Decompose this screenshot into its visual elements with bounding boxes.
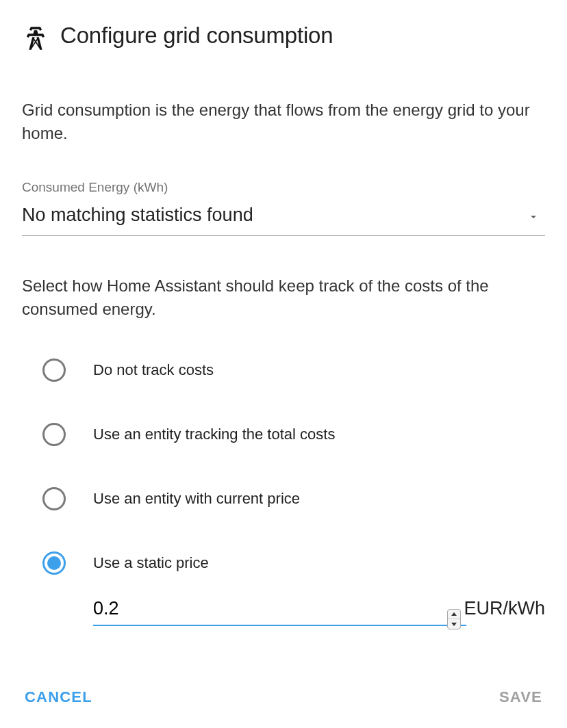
costs-tracking-label: Select how Home Assistant should keep tr…	[22, 274, 545, 320]
option-no-track-label[interactable]: Do not track costs	[93, 359, 545, 382]
stepper-down-button[interactable]	[448, 619, 460, 629]
radio-no-track[interactable]	[42, 359, 66, 382]
static-price-input[interactable]	[93, 594, 466, 626]
static-price-row: EUR/kWh	[93, 594, 545, 628]
stepper-up-button[interactable]	[448, 610, 460, 619]
radio-entity-total[interactable]	[42, 423, 66, 446]
option-entity-total-label[interactable]: Use an entity tracking the total costs	[93, 423, 545, 446]
static-price-stepper	[447, 609, 461, 629]
option-static-price-label[interactable]: Use a static price	[93, 551, 545, 575]
transmission-tower-icon	[22, 25, 49, 52]
consumed-energy-label: Consumed Energy (kWh)	[22, 180, 545, 195]
cost-options: Do not track costs Use an entity trackin…	[22, 359, 545, 628]
radio-entity-current[interactable]	[42, 487, 66, 510]
radio-static-price[interactable]	[42, 551, 66, 575]
dialog-title: Configure grid consumption	[60, 23, 333, 49]
save-button[interactable]: SAVE	[496, 683, 545, 712]
option-static-price: Use a static price EUR/kWh	[42, 551, 545, 628]
chevron-down-icon	[527, 211, 537, 220]
option-no-track: Do not track costs	[42, 359, 545, 382]
dialog-header: Configure grid consumption	[22, 22, 545, 49]
consumed-energy-field: Consumed Energy (kWh) No matching statis…	[22, 180, 545, 236]
consumed-energy-value: No matching statistics found	[22, 205, 253, 226]
option-entity-current: Use an entity with current price	[42, 487, 545, 510]
cancel-button[interactable]: CANCEL	[22, 683, 95, 712]
option-entity-total: Use an entity tracking the total costs	[42, 423, 545, 446]
option-entity-current-label[interactable]: Use an entity with current price	[93, 487, 545, 510]
static-price-unit: EUR/kWh	[464, 598, 545, 619]
dialog-actions: CANCEL SAVE	[22, 661, 545, 712]
intro-text: Grid consumption is the energy that flow…	[22, 99, 545, 144]
consumed-energy-select[interactable]: No matching statistics found	[22, 205, 545, 236]
configure-grid-dialog: Configure grid consumption Grid consumpt…	[0, 0, 567, 728]
